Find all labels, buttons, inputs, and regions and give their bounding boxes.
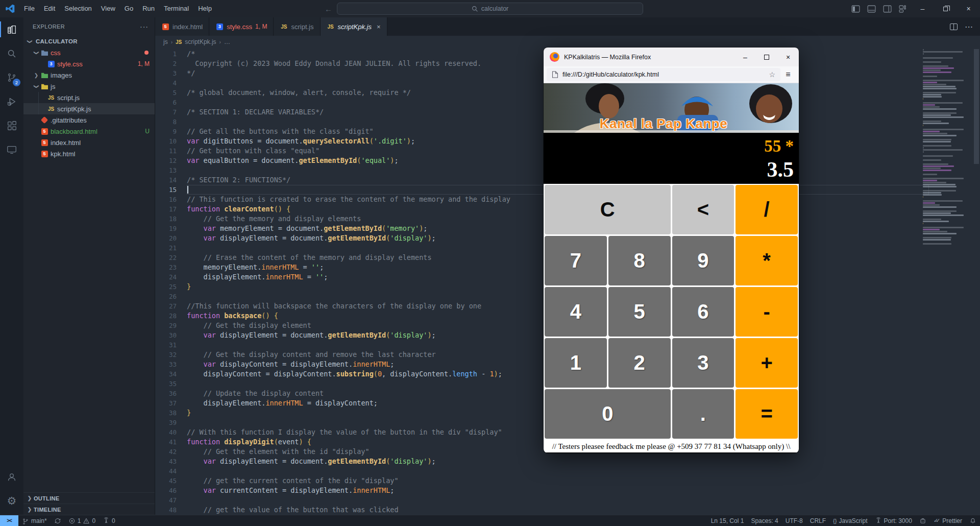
tree-item--gitattributes[interactable]: .gitattributes [23, 114, 155, 126]
editor-more-actions-icon[interactable]: ⋯ [965, 22, 973, 32]
calc-button-op14[interactable]: + [736, 338, 798, 388]
menu-go[interactable]: Go [120, 0, 138, 17]
statusbar-indentation[interactable]: Spaces: 4 [747, 515, 781, 526]
statusbar-sync[interactable] [51, 515, 65, 526]
statusbar-language-mode[interactable]: {}JavaScript [829, 515, 871, 526]
code-line-45[interactable]: 45 // get the current content of the div… [155, 476, 980, 486]
tree-item-blackboard-html[interactable]: 5blackboard.htmlU [23, 126, 155, 137]
statusbar-notifications[interactable] [966, 515, 980, 526]
tree-item-css[interactable]: css [23, 47, 155, 58]
calc-button-op17[interactable]: = [736, 389, 798, 439]
menu-terminal[interactable]: Terminal [159, 0, 193, 17]
split-editor-icon[interactable] [950, 23, 958, 30]
remote-indicator[interactable]: >< [0, 515, 18, 526]
code-line-46[interactable]: 46 var currentContent = displayElement.i… [155, 486, 980, 495]
statusbar-problems[interactable]: 1 0 [65, 515, 99, 526]
window-minimize-button[interactable]: – [911, 0, 934, 17]
tree-item-js[interactable]: js [23, 81, 155, 92]
activity-remote-explorer-icon[interactable] [0, 137, 23, 161]
code-token: var [187, 156, 204, 164]
calc-button-op16[interactable]: . [672, 389, 734, 439]
tree-item-images[interactable]: images [23, 69, 155, 81]
calc-button-8[interactable]: 8 [608, 236, 671, 285]
code-token: '.digit' [374, 137, 407, 145]
calc-button-7[interactable]: 7 [545, 236, 607, 285]
minimap[interactable] [923, 49, 966, 245]
calc-button-4[interactable]: 4 [545, 287, 607, 337]
calc-button-5[interactable]: 5 [608, 287, 671, 337]
tab-index-html[interactable]: 5index.html [155, 17, 209, 36]
menu-selection[interactable]: Selection [60, 0, 96, 17]
firefox-close-button[interactable]: × [777, 47, 799, 66]
menu-run[interactable]: Run [138, 0, 159, 17]
explorer-more-actions-icon[interactable]: ··· [140, 22, 149, 31]
firefox-titlebar[interactable]: KPKalkilatris — Mozilla Firefox – × [544, 47, 799, 66]
calc-button-1[interactable]: 1 [545, 338, 607, 388]
calc-button-C[interactable]: C [545, 185, 671, 234]
menu-file[interactable]: File [19, 0, 39, 17]
activity-run-and-debug-icon[interactable] [0, 89, 23, 113]
tree-item-script-js[interactable]: JSscript.js [23, 92, 155, 103]
url-text[interactable]: file:///D:/gitHub/calculator/kpk.html [562, 71, 765, 78]
activity-accounts-icon[interactable] [0, 465, 23, 489]
tree-root-calculator[interactable]: CALCULATOR [23, 36, 155, 47]
code-token: displayElement = document. [220, 234, 328, 242]
history-back-icon[interactable]: ← [325, 5, 332, 13]
firefox-maximize-button[interactable] [756, 47, 777, 66]
code-line-43[interactable]: 43 var displayElement = document.getElem… [155, 457, 980, 466]
firefox-menu-icon[interactable]: ≡ [780, 70, 796, 79]
menu-help[interactable]: Help [193, 0, 216, 17]
toggle-panel-icon[interactable] [867, 5, 876, 13]
code-line-44[interactable]: 44 [155, 466, 980, 476]
calc-button-9[interactable]: 9 [672, 236, 734, 285]
bookmark-star-icon[interactable]: ☆ [769, 70, 775, 79]
sidebar-section-timeline[interactable]: TIMELINE [23, 504, 155, 515]
statusbar-formatter[interactable]: ✓✓Prettier [930, 515, 966, 526]
statusbar-ports-broadcast[interactable]: 0 [99, 515, 119, 526]
tree-item-kpk-html[interactable]: 5kpk.html [23, 148, 155, 159]
toggle-sidebar-icon[interactable] [851, 5, 860, 13]
tree-item-index-html[interactable]: 5index.html [23, 137, 155, 148]
tree-item-style-css[interactable]: 3style.css1, M [23, 58, 155, 69]
customize-layout-icon[interactable] [899, 5, 908, 13]
minimap-line [923, 151, 924, 153]
calc-button-op6[interactable]: * [736, 236, 798, 285]
activity-explorer-icon[interactable] [0, 17, 23, 41]
statusbar-port[interactable]: Port: 3000 [871, 515, 916, 526]
line-number: 46 [155, 486, 187, 495]
menu-edit[interactable]: Edit [39, 0, 60, 17]
activity-source-control-icon[interactable]: 2 [0, 65, 23, 89]
calc-button-3[interactable]: 3 [672, 338, 734, 388]
toggle-secondary-sidebar-icon[interactable] [883, 5, 892, 13]
activity-extensions-icon[interactable] [0, 113, 23, 137]
statusbar-encoding[interactable]: UTF-8 [782, 515, 806, 526]
calc-button-op10[interactable]: - [736, 287, 798, 337]
tab-scriptKpk-js[interactable]: JSscriptKpk.js× [321, 17, 387, 36]
calc-button-2[interactable]: 2 [608, 338, 671, 388]
command-center-search[interactable]: calculator [337, 3, 643, 15]
menu-view[interactable]: View [96, 0, 120, 17]
activity-search-icon[interactable] [0, 41, 23, 65]
statusbar-eol[interactable]: CRLF [806, 515, 829, 526]
calc-button-op2[interactable]: / [736, 185, 798, 234]
statusbar-container[interactable] [916, 515, 930, 526]
calc-button-6[interactable]: 6 [672, 287, 734, 337]
breadcrumb[interactable]: js › JS scriptKpk.js › … [155, 36, 980, 48]
code-line-48[interactable]: 48 // get the value of the button that w… [155, 505, 980, 515]
tab-close-icon[interactable]: × [377, 23, 381, 31]
window-restore-button[interactable] [934, 0, 957, 17]
firefox-minimize-button[interactable]: – [734, 47, 756, 66]
window-close-button[interactable]: × [957, 0, 980, 17]
tab-style-css[interactable]: 3style.css1, M [209, 17, 274, 36]
statusbar-branch[interactable]: main* [18, 515, 51, 526]
sidebar-section-outline[interactable]: OUTLINE [23, 492, 155, 504]
code-line-47[interactable]: 47 [155, 495, 980, 505]
calc-button-op1[interactable]: < [672, 185, 734, 234]
calc-button-0[interactable]: 0 [545, 389, 671, 439]
editor-scrollbar[interactable] [973, 48, 980, 515]
statusbar-cursor-position[interactable]: Ln 15, Col 1 [707, 515, 748, 526]
url-bar[interactable]: file:///D:/gitHub/calculator/kpk.html ☆ [547, 68, 780, 81]
tree-item-scriptkpk-js[interactable]: JSscriptKpk.js [23, 103, 155, 114]
activity-manage-icon[interactable]: ⚙ [0, 489, 23, 513]
tab-script-js[interactable]: JSscript.js [274, 17, 320, 36]
